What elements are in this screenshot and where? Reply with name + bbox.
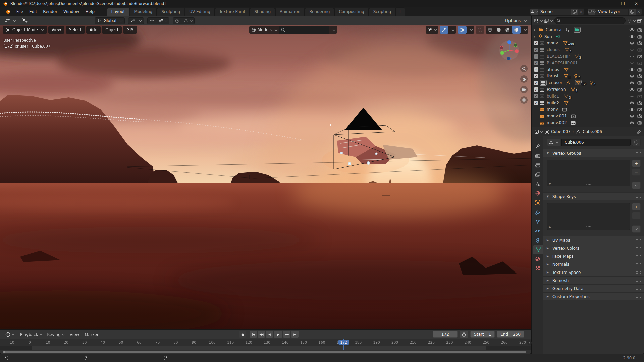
prev-keyframe-button[interactable]: ◀◀ — [258, 331, 265, 338]
panel-header-uv-maps[interactable]: ▶UV Maps — [543, 236, 644, 244]
disable-render-toggle[interactable] — [637, 28, 642, 32]
scene-browse-button[interactable] — [530, 9, 538, 15]
panel-drag-grip[interactable] — [636, 255, 641, 257]
disable-render-toggle[interactable] — [637, 107, 642, 111]
breadcrumb-object[interactable]: Cube.007 — [551, 129, 571, 134]
tab-shading[interactable]: Shading — [250, 8, 275, 16]
panel-drag-grip[interactable] — [636, 279, 641, 282]
viewport-menu-select[interactable]: Select — [66, 26, 85, 34]
use-preview-range-button[interactable] — [460, 331, 468, 338]
axis-x-dot[interactable] — [515, 49, 519, 53]
timeline-collapse-arrow[interactable]: ‹ — [527, 340, 532, 345]
frame-start-field[interactable]: Start 1 — [470, 331, 495, 338]
panel-drag-grip[interactable] — [636, 239, 641, 241]
axis-y-dot[interactable] — [500, 51, 504, 55]
tab-scripting[interactable]: Scripting — [369, 8, 395, 16]
editor-type-button[interactable] — [2, 17, 18, 24]
record-button[interactable]: ● — [239, 331, 246, 338]
outliner-row-criuser[interactable]: ✓criuser122 — [532, 79, 644, 86]
disable-render-toggle[interactable] — [637, 101, 642, 105]
options-dropdown[interactable]: Options — [503, 17, 529, 24]
disable-render-toggle[interactable] — [637, 87, 642, 92]
hide-viewport-toggle[interactable] — [629, 108, 635, 111]
shape-keys-list[interactable]: ▶ — [547, 203, 630, 230]
shading-dropdown[interactable] — [521, 26, 528, 34]
mesh-browse-dropdown[interactable] — [547, 139, 560, 146]
disable-render-toggle[interactable] — [637, 74, 642, 78]
breadcrumb-data[interactable]: Cube.006 — [583, 129, 602, 134]
collection-checkbox[interactable]: ✓ — [534, 41, 538, 45]
xray-toggle[interactable] — [476, 26, 484, 34]
add-vertex-groups-button[interactable]: + — [632, 160, 641, 167]
hide-viewport-toggle[interactable] — [629, 94, 635, 98]
properties-tab-world[interactable] — [532, 189, 543, 198]
panel-drag-grip[interactable] — [636, 271, 641, 274]
outliner-row-extramon[interactable]: ✓extraMon5 — [532, 86, 644, 93]
panel-drag-grip[interactable] — [636, 247, 641, 249]
pin-id-button[interactable] — [637, 130, 641, 134]
snap-toggle[interactable] — [148, 18, 156, 24]
outliner-row-build2[interactable]: ✓build2 — [532, 100, 644, 106]
hide-viewport-toggle[interactable] — [629, 121, 635, 125]
shading-wireframe-button[interactable] — [486, 26, 494, 34]
shading-material-button[interactable] — [503, 26, 512, 34]
outliner-row-monv-001-obj[interactable]: monv.001 — [532, 113, 644, 119]
outliner-item-name[interactable]: extraMon — [547, 87, 566, 92]
play-reverse-button[interactable]: ◀ — [266, 331, 273, 338]
mode-dropdown[interactable]: Object Mode — [3, 26, 47, 34]
outliner-item-name[interactable]: BLADESHIP.001 — [547, 61, 578, 65]
properties-tab-object[interactable] — [532, 198, 543, 207]
outliner-item-name[interactable]: Sun — [544, 34, 552, 39]
timeline-scrollbar[interactable] — [0, 350, 531, 354]
outliner-row-monv[interactable]: ✓monv+99 — [532, 40, 644, 47]
list-resize-grip[interactable] — [586, 182, 591, 185]
disable-render-toggle[interactable] — [637, 68, 642, 72]
ortho-grid-button[interactable] — [520, 96, 528, 104]
playhead-frame-label[interactable]: 172 — [338, 340, 349, 345]
properties-tab-output[interactable] — [532, 161, 543, 170]
fake-user-shield-button[interactable] — [632, 139, 641, 146]
viewport-menu-object[interactable]: Object — [102, 26, 122, 34]
models-search-input[interactable] — [279, 26, 329, 34]
outliner-search-input[interactable] — [554, 17, 626, 24]
hide-viewport-toggle[interactable] — [629, 68, 635, 71]
tab-layout[interactable]: Layout — [107, 8, 129, 16]
panel-drag-grip[interactable] — [636, 295, 641, 298]
maximize-button[interactable]: ❐ — [621, 1, 625, 6]
remove-vertex-groups-button[interactable]: − — [632, 168, 641, 176]
add-workspace-button[interactable]: + — [395, 7, 405, 16]
collection-checkbox[interactable]: ✓ — [534, 94, 538, 98]
play-button[interactable]: ▶ — [274, 331, 282, 338]
axis-z-dot[interactable] — [507, 40, 511, 44]
viewport-menu-gis[interactable]: GIS — [123, 26, 137, 34]
outliner-row-bladeship[interactable]: ✓BLADESHIP3 — [532, 53, 644, 60]
viewport-3d[interactable]: Object Mode ViewSelectAddObjectGIS Model… — [0, 25, 531, 329]
outliner-item-name[interactable]: build2 — [547, 101, 559, 105]
outliner-item-name[interactable]: monv.001 — [547, 114, 567, 118]
disable-render-toggle[interactable] — [637, 35, 642, 39]
next-keyframe-button[interactable]: ▶▶ — [283, 331, 290, 338]
panel-drag-grip[interactable] — [636, 263, 641, 265]
collection-checkbox[interactable]: ✓ — [534, 48, 538, 52]
tab-sculpting[interactable]: Sculpting — [157, 8, 184, 16]
hide-viewport-toggle[interactable] — [629, 41, 635, 45]
properties-tab-render[interactable] — [532, 152, 543, 160]
jump-to-end-button[interactable]: ▶| — [291, 331, 299, 338]
outliner-item-name[interactable]: atmos — [547, 67, 559, 72]
menu-help[interactable]: Help — [82, 7, 97, 16]
move-tool-icon[interactable] — [21, 18, 28, 24]
disable-render-toggle[interactable] — [637, 94, 642, 98]
panel-header-remesh[interactable]: ▶Remesh — [543, 276, 644, 284]
new-collection-button[interactable] — [637, 19, 642, 23]
outliner-item-name[interactable]: monv — [547, 107, 558, 112]
tab-rendering[interactable]: Rendering — [305, 8, 334, 16]
gizmo-settings-dropdown[interactable] — [448, 26, 456, 34]
close-button[interactable]: × — [634, 1, 639, 6]
outliner-item-name[interactable]: monv.002 — [547, 120, 567, 125]
models-extra-dropdown[interactable] — [329, 26, 337, 34]
tab-modeling[interactable]: Modeling — [130, 8, 157, 16]
tab-compositing[interactable]: Compositing — [334, 8, 368, 16]
view-layer-browse-button[interactable] — [588, 9, 595, 15]
panel-header-geometry-data[interactable]: ▶Geometry Data — [543, 284, 644, 292]
panel-drag-grip[interactable] — [636, 195, 641, 198]
